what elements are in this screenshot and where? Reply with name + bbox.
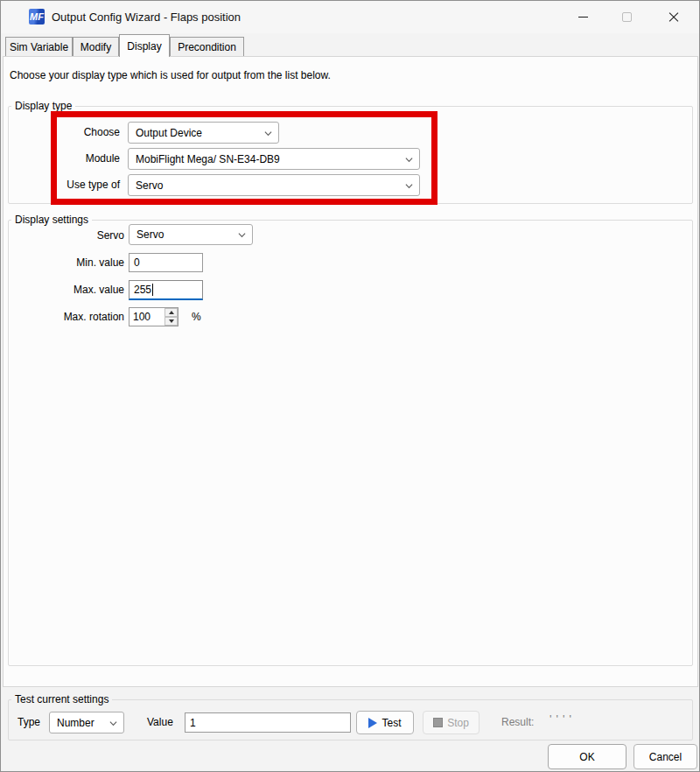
use-type-value: Servo xyxy=(136,179,163,192)
module-value: MobiFlight Mega/ SN-E34-DB9 xyxy=(136,153,280,165)
output-config-wizard-window: MF Output Config Wizard - Flaps position… xyxy=(0,0,700,772)
spin-up-icon xyxy=(169,311,174,314)
ok-button-label: OK xyxy=(579,751,594,763)
test-button-label: Test xyxy=(382,717,401,729)
cancel-button[interactable]: Cancel xyxy=(634,744,697,769)
maximize-button xyxy=(606,1,647,33)
display-type-group-title: Display type xyxy=(11,100,75,112)
test-value-text: 1 xyxy=(190,717,196,729)
stop-icon xyxy=(433,718,443,727)
min-value-label: Min. value xyxy=(53,256,124,270)
description-text: Choose your display type which is used f… xyxy=(10,69,331,82)
max-rotation-stepper[interactable]: 100 xyxy=(129,307,178,326)
maximize-icon xyxy=(622,12,632,22)
module-dropdown[interactable]: MobiFlight Mega/ SN-E34-DB9 xyxy=(128,148,420,170)
max-value-input[interactable]: 255 xyxy=(129,280,203,300)
min-value-text: 0 xyxy=(134,256,140,269)
result-label: Result: xyxy=(501,716,534,729)
choose-label: Choose xyxy=(49,126,120,139)
tab-label: Precondition xyxy=(178,41,236,53)
close-button[interactable] xyxy=(654,1,694,33)
test-value-input[interactable]: 1 xyxy=(185,712,351,733)
tab-label: Sim Variable xyxy=(10,41,68,53)
result-value: '''' xyxy=(550,712,576,726)
test-settings-group-title: Test current settings xyxy=(11,693,112,705)
play-icon xyxy=(368,718,377,728)
cancel-button-label: Cancel xyxy=(649,751,682,763)
spin-up-button[interactable] xyxy=(164,308,178,317)
min-value-input[interactable]: 0 xyxy=(129,253,203,272)
use-type-dropdown[interactable]: Servo xyxy=(128,174,420,196)
max-rotation-value: 100 xyxy=(130,308,164,326)
spin-down-button[interactable] xyxy=(164,317,178,326)
use-type-label: Use type of xyxy=(49,179,120,192)
close-icon xyxy=(668,12,679,23)
ok-button[interactable]: OK xyxy=(548,744,626,769)
stop-button: Stop xyxy=(423,711,480,734)
spin-down-icon xyxy=(169,319,174,323)
test-type-value: Number xyxy=(57,717,94,729)
tab-sim-variable[interactable]: Sim Variable xyxy=(5,37,73,56)
text-caret xyxy=(152,284,153,296)
minimize-button[interactable] xyxy=(563,1,603,33)
chevron-down-icon xyxy=(238,231,246,239)
mobiflight-logo-icon: MF xyxy=(29,9,45,25)
chevron-down-icon xyxy=(264,130,272,137)
minimize-icon xyxy=(578,17,588,18)
window-title: Output Config Wizard - Flaps position xyxy=(52,11,241,24)
test-button[interactable]: Test xyxy=(356,711,414,734)
module-label: Module xyxy=(49,152,120,165)
title-bar: MF Output Config Wizard - Flaps position xyxy=(1,1,699,33)
percent-unit-label: % xyxy=(192,311,201,324)
chevron-down-icon xyxy=(405,182,413,190)
max-rotation-label: Max. rotation xyxy=(45,311,124,324)
test-type-dropdown[interactable]: Number xyxy=(49,712,124,733)
choose-display-type-dropdown[interactable]: Output Device xyxy=(128,122,279,144)
tab-label: Modify xyxy=(80,41,111,53)
servo-value: Servo xyxy=(136,228,164,241)
chevron-down-icon xyxy=(109,719,117,727)
max-value-text: 255 xyxy=(134,284,151,296)
test-value-label: Value xyxy=(147,716,173,729)
servo-dropdown[interactable]: Servo xyxy=(129,224,253,245)
display-settings-group-title: Display settings xyxy=(11,214,92,226)
servo-label: Servo xyxy=(53,229,124,242)
choose-display-type-value: Output Device xyxy=(136,127,202,139)
tab-modify[interactable]: Modify xyxy=(73,37,119,56)
tab-label: Display xyxy=(127,40,161,53)
test-type-label: Type xyxy=(18,716,40,729)
chevron-down-icon xyxy=(405,156,413,164)
tab-precondition[interactable]: Precondition xyxy=(170,37,244,56)
tab-display[interactable]: Display xyxy=(119,34,170,57)
stop-button-label: Stop xyxy=(447,717,469,729)
max-value-label: Max. value xyxy=(53,284,124,297)
